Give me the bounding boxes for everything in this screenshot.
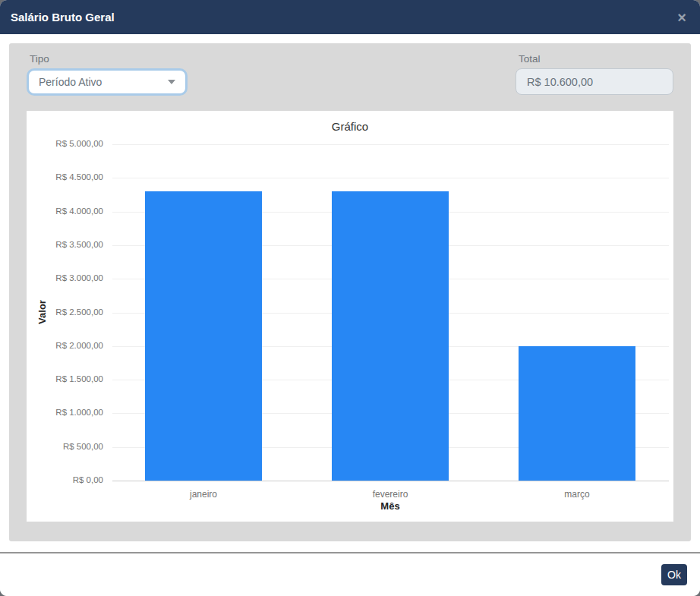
ok-button[interactable]: Ok (661, 564, 687, 585)
y-tick-label: R$ 4.500,00 (31, 172, 103, 181)
y-tick-label: R$ 5.000,00 (31, 139, 103, 148)
tipo-select[interactable]: Período Ativo (27, 68, 188, 96)
modal-title: Salário Bruto Geral (11, 11, 115, 24)
y-tick-label: R$ 2.500,00 (31, 307, 103, 317)
bar-março[interactable] (519, 346, 635, 481)
gridline (112, 481, 669, 481)
x-tick-label: março (524, 489, 630, 500)
x-tick-label: janeiro (150, 489, 257, 500)
y-tick-label: R$ 3.000,00 (31, 273, 103, 282)
tipo-field: Tipo Período Ativo (27, 53, 188, 96)
form-row: Tipo Período Ativo Total R$ 10.600,00 (27, 53, 673, 96)
content-panel: Tipo Período Ativo Total R$ 10.600,00 Gr… (9, 43, 691, 541)
tipo-select-value: Período Ativo (39, 76, 102, 88)
bar-janeiro[interactable] (145, 191, 262, 481)
bar-fevereiro[interactable] (332, 191, 449, 481)
y-tick-label: R$ 0,00 (31, 475, 103, 484)
plot-area: R$ 0,00R$ 500,00R$ 1.000,00R$ 1.500,00R$… (110, 144, 670, 481)
y-tick-label: R$ 1.000,00 (31, 408, 103, 417)
y-tick-label: R$ 2.000,00 (31, 341, 103, 350)
x-tick-label: fevereiro (337, 489, 443, 500)
total-value: R$ 10.600,00 (527, 76, 593, 88)
bar-chart-card: Gráfico Valor R$ 0,00R$ 500,00R$ 1.000,0… (27, 111, 673, 522)
y-tick-label: R$ 1.500,00 (31, 374, 103, 383)
close-icon[interactable]: × (674, 8, 689, 27)
total-field: R$ 10.600,00 (516, 68, 673, 95)
chevron-down-icon (168, 80, 175, 84)
salario-bruto-modal: Salário Bruto Geral × Tipo Período Ativo… (0, 0, 700, 596)
y-tick-label: R$ 3.500,00 (31, 240, 103, 249)
y-tick-label: R$ 500,00 (31, 442, 103, 451)
modal-header: Salário Bruto Geral × (0, 0, 700, 34)
total-label: Total (519, 53, 673, 65)
tipo-label: Tipo (30, 53, 188, 65)
total-field-group: Total R$ 10.600,00 (516, 53, 673, 95)
x-axis-title: Mês (352, 500, 428, 512)
gridline (112, 144, 669, 145)
modal-body: Tipo Período Ativo Total R$ 10.600,00 Gr… (0, 34, 700, 552)
gridline (112, 178, 669, 178)
chart-title: Gráfico (27, 120, 673, 133)
modal-footer: Ok (0, 552, 700, 596)
y-tick-label: R$ 4.000,00 (31, 207, 103, 216)
